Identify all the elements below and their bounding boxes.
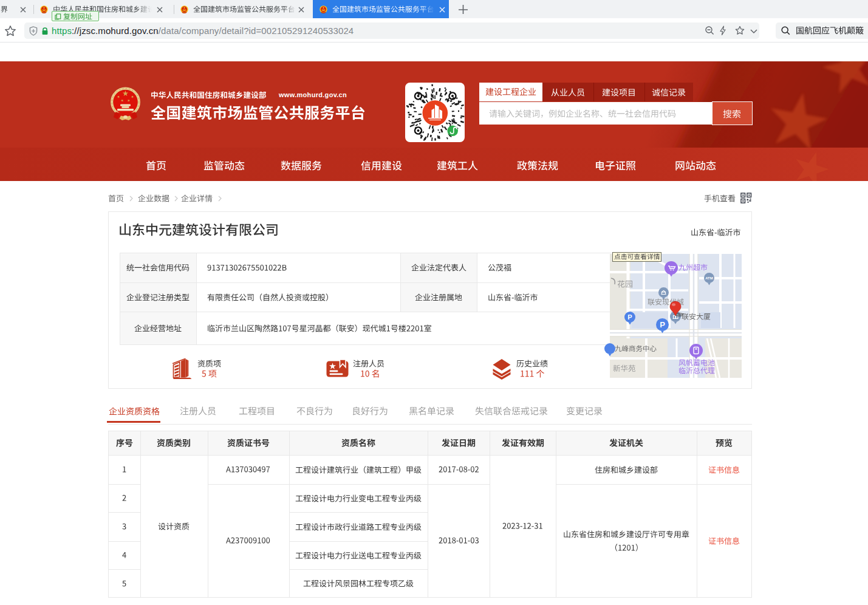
svg-text:P: P	[627, 313, 632, 321]
svg-text:ATM: ATM	[705, 276, 713, 280]
svg-text:P: P	[660, 320, 665, 329]
